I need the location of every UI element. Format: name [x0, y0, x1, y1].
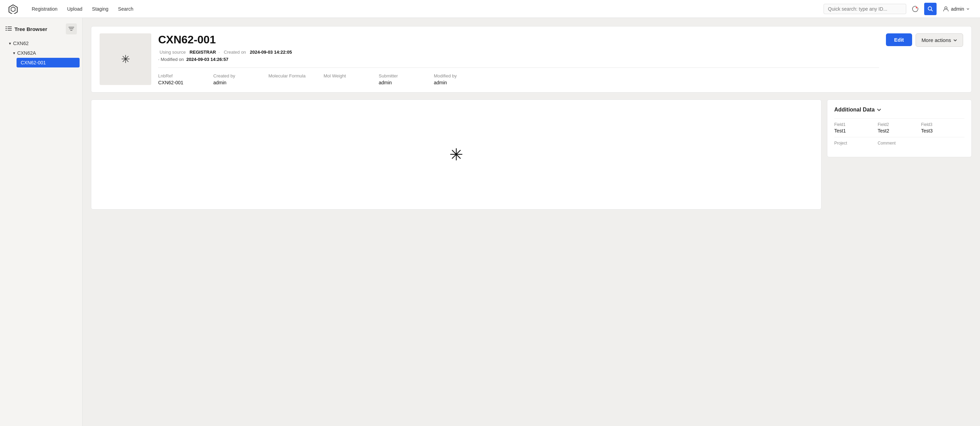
additional-data-header[interactable]: Additional Data — [834, 107, 964, 113]
sidebar-title-text: Tree Browser — [14, 26, 47, 32]
topnav: Registration Upload Staging Search admin — [0, 0, 980, 18]
asterisk-icon: ✳ — [121, 53, 130, 66]
chevron-down-icon: ▼ — [8, 42, 12, 46]
ad-value-field2: Test2 — [878, 128, 921, 133]
ad-cell-field1: Field1 Test1 — [834, 122, 878, 133]
additional-data-title: Additional Data — [834, 107, 875, 113]
field-value-createdby: admin — [213, 80, 255, 86]
user-menu[interactable]: admin — [939, 4, 973, 14]
more-actions-button[interactable]: More actions — [916, 33, 963, 47]
ad-value-field1: Test1 — [834, 128, 878, 133]
chevron-down-icon-4 — [877, 108, 881, 112]
field-lnbref: LnbRef CXN62-001 — [158, 73, 199, 86]
ad-label-comment: Comment — [878, 141, 921, 146]
sidebar: Tree Browser ▼ CXN62 ▼ CXN62A — [0, 18, 83, 426]
svg-rect-10 — [8, 28, 12, 29]
svg-line-5 — [931, 10, 932, 11]
ad-cell-field2: Field2 Test2 — [878, 122, 921, 133]
nav-staging[interactable]: Staging — [88, 4, 112, 14]
record-modified: 2024-09-03 14:26:57 — [186, 57, 229, 62]
field-value-lnbref: CXN62-001 — [158, 80, 199, 86]
tree-item-label: CXN62 — [13, 41, 29, 46]
svg-rect-11 — [5, 30, 7, 31]
tree-group: ▼ CXN62 ▼ CXN62A CXN62-001 — [0, 38, 82, 67]
tree-item-cxn62a[interactable]: ▼ CXN62A — [8, 48, 82, 58]
ad-label-field1: Field1 — [834, 122, 878, 127]
record-info: CXN62-001 Using source REGISTRAR · Creat… — [158, 33, 879, 86]
record-created: 2024-09-03 14:22:05 — [250, 49, 292, 55]
more-actions-label: More actions — [921, 37, 951, 43]
ad-label-field2: Field2 — [878, 122, 921, 127]
sidebar-filter-button[interactable] — [66, 24, 77, 35]
record-source: REGISTRAR — [189, 49, 216, 55]
record-card: ✳ CXN62-001 Using source REGISTRAR · Cre… — [91, 26, 972, 93]
bottom-row: ✳ Additional Data Field1 Test1 — [91, 100, 972, 209]
record-actions: Edit More actions — [886, 33, 963, 47]
nav-upload[interactable]: Upload — [63, 4, 86, 14]
tree-leaf-container: CXN62-001 — [8, 58, 82, 67]
field-label-molformula: Molecular Formula — [269, 73, 310, 78]
additional-data-row-2: Project Comment — [834, 137, 964, 150]
content-area: ✳ CXN62-001 Using source REGISTRAR · Cre… — [83, 18, 980, 426]
notification-icon[interactable] — [909, 3, 921, 15]
ad-cell-field3: Field3 Test3 — [921, 122, 964, 133]
ad-label-project: Project — [834, 141, 878, 146]
ad-cell-project: Project — [834, 141, 878, 147]
molecule-asterisk-icon: ✳ — [449, 145, 463, 164]
tree-item-label-2: CXN62A — [17, 50, 36, 56]
record-meta-modified: · Modified on 2024-09-03 14:26:57 — [158, 57, 879, 62]
svg-point-4 — [928, 6, 931, 10]
field-modifiedby: Modified by admin — [434, 73, 475, 86]
field-label-lnbref: LnbRef — [158, 73, 199, 78]
svg-marker-1 — [11, 7, 15, 12]
field-molweight: Mol Weight — [324, 73, 365, 86]
svg-rect-12 — [8, 30, 12, 31]
svg-rect-8 — [8, 27, 12, 27]
tree-item-label-3: CXN62-001 — [21, 60, 46, 65]
molecule-viewer: ✳ — [91, 100, 821, 209]
field-label-molweight: Mol Weight — [324, 73, 365, 78]
svg-point-3 — [916, 6, 918, 9]
tree-item-cxn62[interactable]: ▼ CXN62 — [4, 38, 82, 48]
divider — [158, 67, 879, 68]
ad-cell-comment: Comment — [878, 141, 921, 147]
record-title: CXN62-001 — [158, 33, 879, 46]
svg-marker-0 — [9, 5, 17, 14]
ad-cell-empty — [921, 141, 964, 147]
field-submitter: Submitter admin — [379, 73, 420, 86]
field-molformula: Molecular Formula — [269, 73, 310, 86]
record-meta-created: Using source REGISTRAR · Created on 2024… — [158, 49, 879, 55]
field-value-modifiedby: admin — [434, 80, 475, 86]
main-layout: Tree Browser ▼ CXN62 ▼ CXN62A — [0, 18, 980, 426]
chevron-down-icon-2: ▼ — [13, 51, 16, 55]
sidebar-title: Tree Browser — [5, 26, 47, 32]
app-logo[interactable] — [7, 3, 19, 15]
dot-separator: · — [218, 49, 221, 55]
chevron-down-icon-3 — [953, 38, 957, 42]
sidebar-header: Tree Browser — [0, 18, 82, 38]
tree-group-inner: ▼ CXN62A CXN62-001 — [4, 48, 82, 67]
fields-row: LnbRef CXN62-001 Created by admin Molecu… — [158, 73, 879, 86]
nav-search[interactable]: Search — [114, 4, 137, 14]
additional-data-row-1: Field1 Test1 Field2 Test2 Field3 Test3 — [834, 118, 964, 137]
edit-button[interactable]: Edit — [886, 33, 912, 46]
field-label-createdby: Created by — [213, 73, 255, 78]
svg-rect-9 — [5, 28, 7, 29]
nav-registration[interactable]: Registration — [27, 4, 62, 14]
svg-rect-7 — [5, 27, 7, 27]
nav-links: Registration Upload Staging Search — [27, 4, 815, 14]
ad-label-field3: Field3 — [921, 122, 964, 127]
ad-value-field3: Test3 — [921, 128, 964, 133]
tree-item-cxn62-001[interactable]: CXN62-001 — [16, 58, 80, 67]
search-area: admin — [824, 3, 973, 15]
user-name: admin — [951, 6, 964, 12]
field-label-modifiedby: Modified by — [434, 73, 475, 78]
search-button[interactable] — [924, 3, 937, 15]
field-createdby: Created by admin — [213, 73, 255, 86]
field-label-submitter: Submitter — [379, 73, 420, 78]
field-value-submitter: admin — [379, 80, 420, 86]
search-input[interactable] — [824, 4, 906, 14]
additional-data-panel: Additional Data Field1 Test1 Field2 Test… — [827, 100, 972, 157]
molecule-thumbnail: ✳ — [100, 33, 151, 85]
